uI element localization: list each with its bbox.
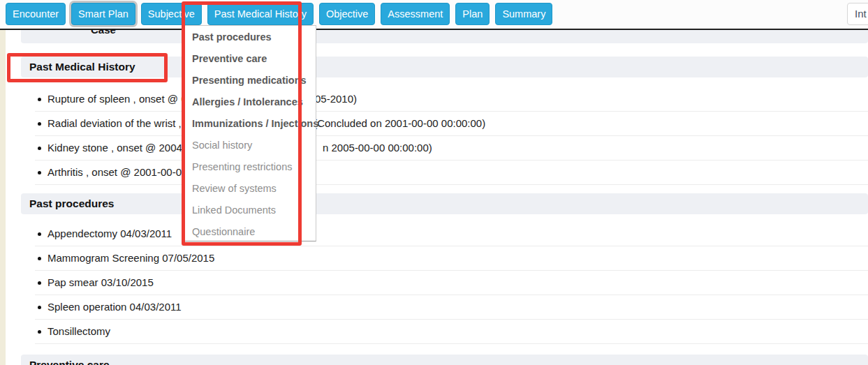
menu-item-presenting-restrictions[interactable]: Presenting restrictions [184, 156, 316, 178]
list-item-text: Tonsillectomy [47, 325, 110, 337]
list-item-text: Spleen operation 04/03/2011 [47, 301, 182, 313]
list-item: Radial deviation of the wrist ,) (Conclu… [35, 112, 868, 136]
nav-buttons-group: EncounterSmart PlanSubjectivePast Medica… [6, 3, 552, 25]
list-item: Spleen operation 04/03/2011 [35, 295, 868, 320]
section-past-procedures: Past proceduresAppendectomy 04/03/2011Ma… [21, 193, 868, 344]
top-navigation-bar: EncounterSmart PlanSubjectivePast Medica… [0, 0, 868, 30]
list-item-text: Arthritis , onset @ 2001-00-00 [47, 166, 187, 178]
menu-item-immunizations-injections[interactable]: Immunizations / Injections [184, 113, 316, 135]
list-item: Tonsillectomy [35, 320, 868, 344]
menu-item-preventive-care[interactable]: Preventive care [184, 48, 316, 70]
section-preventive-care: Preventive care [21, 355, 868, 365]
list-item-text: Mammogram Screening 07/05/2015 [47, 252, 214, 264]
section-past-medical-history: Past Medical HistoryRupture of spleen , … [21, 57, 868, 185]
menu-item-review-of-systems[interactable]: Review of systems [184, 178, 316, 200]
menu-item-social-history[interactable]: Social history [184, 135, 316, 156]
menu-item-linked-documents[interactable]: Linked Documents [184, 200, 316, 221]
list-item: Mammogram Screening 07/05/2015 [35, 246, 868, 271]
nav-button-encounter[interactable]: Encounter [6, 3, 66, 25]
list-item: Kidney stone , onset @ 2004-n 2005-00-00… [35, 136, 868, 161]
past-medical-history-dropdown: Past proceduresPreventive carePresenting… [184, 25, 316, 241]
nav-button-past-medical-history[interactable]: Past Medical History [207, 3, 314, 25]
list-item-text-fragment: ) (Concluded on 2001-00-00 00:00:00) [307, 112, 485, 135]
list-item: Arthritis , onset @ 2001-00-00 [35, 161, 868, 185]
intake-button-partial[interactable]: Int [847, 3, 868, 25]
sections-container: Past Medical HistoryRupture of spleen , … [21, 57, 868, 365]
menu-item-allergies-intolerances[interactable]: Allergies / Intolerances [184, 91, 316, 113]
section-list: Rupture of spleen , onset @ 0-05-2010)Ra… [35, 87, 868, 185]
list-item: Pap smear 03/10/2015 [35, 271, 868, 295]
list-item-text-fragment: -05-2010) [311, 87, 357, 111]
list-item-text: Appendectomy 04/03/2011 [47, 228, 172, 239]
list-item: Rupture of spleen , onset @ 0-05-2010) [35, 87, 868, 112]
list-item-text: Radial deviation of the wrist , [47, 117, 182, 129]
list-item-text: Rupture of spleen , onset @ 0 [47, 93, 187, 105]
nav-button-plan[interactable]: Plan [455, 3, 490, 25]
list-item-text: Kidney stone , onset @ 2004- [47, 142, 186, 154]
list-item-text: Pap smear 03/10/2015 [47, 276, 154, 288]
menu-item-questionnaire[interactable]: Questionnaire [184, 221, 316, 243]
nav-button-assessment[interactable]: Assessment [381, 3, 450, 25]
nav-button-subjective[interactable]: Subjective [141, 3, 202, 25]
nav-button-smart-plan[interactable]: Smart Plan [71, 3, 135, 25]
menu-item-presenting-medications[interactable]: Presenting medications [184, 70, 316, 91]
menu-item-past-procedures[interactable]: Past procedures [184, 27, 316, 48]
list-item: Appendectomy 04/03/2011 [35, 222, 868, 246]
section-heading-preventive-care: Preventive care [21, 355, 868, 365]
left-margin-strip [0, 30, 6, 365]
content-area: Case Past Medical HistoryRupture of sple… [21, 0, 868, 365]
section-list: Appendectomy 04/03/2011Mammogram Screeni… [35, 222, 868, 344]
nav-button-objective[interactable]: Objective [319, 3, 375, 25]
section-heading-past-medical-history: Past Medical History [21, 57, 868, 77]
list-item-text-fragment: n 2005-00-00 00:00:00) [323, 136, 432, 160]
encounter-page: Case Past Medical HistoryRupture of sple… [0, 0, 868, 365]
section-heading-past-procedures: Past procedures [21, 193, 868, 214]
nav-button-summary[interactable]: Summary [495, 3, 552, 25]
